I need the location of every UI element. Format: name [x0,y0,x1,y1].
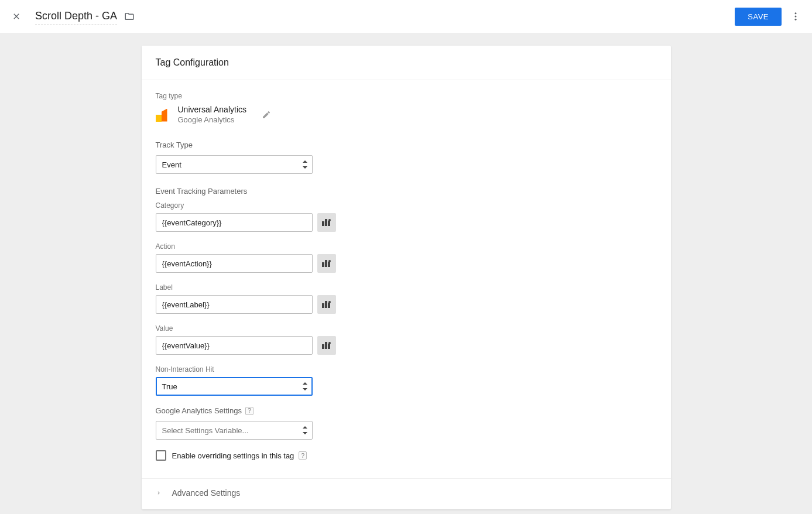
svg-point-2 [795,19,797,20]
tag-type-subtitle: Google Analytics [178,115,247,124]
svg-point-18 [328,342,331,344]
variable-icon [322,219,331,226]
svg-rect-3 [322,221,324,226]
title-area: Scroll Depth - GA [35,8,135,25]
more-vert-icon [790,11,801,22]
non-interaction-select[interactable]: True [156,377,313,396]
event-params-label: Event Tracking Parameters [156,187,657,196]
tag-config-card: Tag Configuration Tag type Universal Ana… [142,46,671,509]
variable-icon [322,260,331,267]
save-button[interactable]: SAVE [735,8,782,26]
value-label: Value [156,324,657,333]
close-button[interactable] [9,9,23,23]
top-bar: Scroll Depth - GA SAVE [0,0,812,33]
ga-settings-block: Google Analytics Settings ? Select Setti… [156,406,657,461]
svg-point-14 [328,301,331,303]
category-input[interactable] [156,213,313,232]
svg-point-1 [795,16,797,18]
chevron-right-icon [156,489,162,497]
svg-rect-13 [328,303,330,308]
variable-icon [322,342,331,349]
ga-settings-help-button[interactable]: ? [245,407,253,415]
label-input[interactable] [156,295,313,314]
svg-rect-5 [328,221,330,226]
value-variable-button[interactable] [317,336,336,355]
action-label: Action [156,242,657,251]
google-analytics-icon [156,108,170,122]
non-interaction-label: Non-Interaction Hit [156,365,657,373]
label-block: Label [156,283,657,314]
svg-rect-8 [325,260,327,267]
action-input[interactable] [156,254,313,273]
svg-rect-12 [325,301,327,308]
action-variable-button[interactable] [317,254,336,273]
track-type-select[interactable]: Event [156,155,313,174]
close-icon [12,12,21,21]
category-label: Category [156,201,657,210]
category-variable-button[interactable] [317,213,336,232]
svg-rect-11 [322,303,324,308]
value-block: Value [156,324,657,355]
tag-type-title: Universal Analytics [178,105,247,114]
page-title[interactable]: Scroll Depth - GA [35,10,117,25]
svg-rect-17 [328,344,330,349]
track-type-value: Event [162,160,181,169]
svg-point-6 [328,219,331,221]
svg-rect-16 [325,342,327,349]
label-label: Label [156,283,657,292]
action-block: Action [156,242,657,273]
more-menu-button[interactable] [786,7,805,26]
svg-point-0 [795,12,797,14]
value-input[interactable] [156,336,313,355]
tag-type-label: Tag type [156,92,657,100]
non-interaction-block: Non-Interaction Hit True [156,365,657,396]
override-help-button[interactable]: ? [299,451,307,460]
override-row: Enable overriding settings in this tag ? [156,450,657,461]
top-right: SAVE [735,7,805,26]
ga-settings-label: Google Analytics Settings ? [156,406,657,415]
svg-rect-15 [322,344,324,349]
label-variable-button[interactable] [317,295,336,314]
ga-settings-select[interactable]: Select Settings Variable... [156,421,313,440]
svg-rect-7 [322,262,324,267]
svg-rect-9 [328,262,330,267]
svg-rect-4 [325,219,327,226]
variable-icon [322,301,331,308]
non-interaction-value: True [162,382,177,391]
track-type-block: Track Type Event [156,141,657,174]
override-checkbox[interactable] [156,450,166,461]
track-type-label: Track Type [156,141,657,149]
tag-type-text: Universal Analytics Google Analytics [178,105,247,124]
folder-icon[interactable] [124,11,135,22]
pencil-icon [262,110,271,119]
edit-tag-type-button[interactable] [262,110,271,119]
override-label: Enable overriding settings in this tag ? [172,451,307,460]
svg-point-10 [328,260,331,262]
category-block: Category [156,201,657,232]
advanced-settings-toggle[interactable]: Advanced Settings [142,478,671,509]
tag-type-row: Universal Analytics Google Analytics [156,105,657,124]
card-title: Tag Configuration [142,46,671,80]
advanced-settings-label: Advanced Settings [172,488,241,498]
card-body: Tag type Universal Analytics Google Anal… [142,80,671,478]
ga-settings-placeholder: Select Settings Variable... [162,426,249,435]
